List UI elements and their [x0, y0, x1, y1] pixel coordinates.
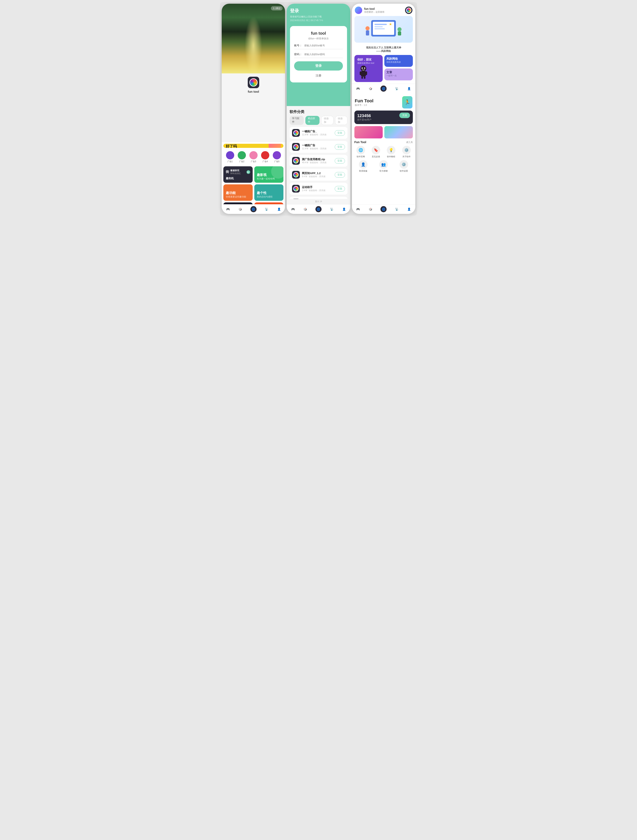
menu-street-footer: 趣街机	[226, 177, 250, 180]
website-icon: 🌐	[356, 146, 365, 155]
funtool-header-text: fun tool 你想要的，这里都有	[364, 7, 403, 14]
feedback-label: 意见反馈	[372, 155, 380, 158]
nav3a-game[interactable]: 🎮	[356, 86, 360, 91]
banner-pink[interactable]	[354, 126, 383, 139]
login-subtitle: 登录就可以畅玩上百款功能了哦	[290, 15, 347, 18]
password-input[interactable]	[304, 53, 343, 56]
icon-group[interactable]: 👥 官方群聊	[375, 160, 392, 172]
profile-row: 123456 您不是vip用户 充值	[357, 114, 410, 121]
soft-item-name-3: 网页转APP_1.2	[302, 171, 332, 175]
menu-speed-label: 极速秒完	[230, 169, 245, 172]
soft-item-5[interactable]: 网站转APP 12.0 M 软发发布：15天前 安装	[289, 197, 347, 199]
nav3b-home[interactable]: 🌀	[381, 206, 387, 212]
nav2-game[interactable]: 🎮	[291, 207, 295, 212]
ad-item-4[interactable]: 广告4	[261, 151, 269, 163]
soft-item-3[interactable]: 网页转APP_1.2 9.4 M 软发发布：15天前 安装	[289, 169, 347, 181]
install-btn-3[interactable]: 安装	[335, 172, 345, 178]
menu-gongneng[interactable]: 趣功能 你很素要这些趣功能	[223, 184, 253, 201]
banner-yellow[interactable]: 你准备好了吗 你准备好了吗	[223, 144, 283, 148]
phone-funtool: fun tool 你想要的，这里都有	[352, 4, 415, 214]
account-field: 账号：	[294, 44, 343, 49]
ad-item-2[interactable]: 广告2	[238, 151, 246, 163]
menu-jiejianji[interactable]: 街 极速秒完 90年的回忆 ▶ 趣街机	[223, 166, 253, 183]
nav3a-signal[interactable]: 📡	[395, 86, 399, 91]
nav-game[interactable]: 🎮	[226, 207, 230, 212]
nav-signal[interactable]: 📡	[264, 207, 269, 212]
install-btn-0[interactable]: 安装	[335, 130, 345, 136]
register-button[interactable]: 注册	[316, 74, 321, 77]
banner-rainbow[interactable]	[384, 126, 413, 139]
item-spiral-icon-4	[293, 186, 299, 191]
soft-item-0[interactable]: 一键跳广告_ 11.8 M 软发发布：15天前 安装	[289, 127, 347, 139]
soft-item-4[interactable]: 运动助手 2.4 M 软发发布：15天前 安装	[289, 183, 347, 194]
item-spiral-icon-2	[293, 158, 299, 163]
nav3b-game[interactable]: 🎮	[356, 207, 360, 212]
nav3a-home[interactable]: 🌀	[381, 85, 387, 92]
install-btn-1[interactable]: 安装	[335, 144, 345, 150]
ad-circle-5	[273, 151, 281, 159]
install-btn-4[interactable]: 安装	[335, 186, 345, 191]
funtool-settings-icon[interactable]	[405, 6, 413, 14]
card-network[interactable]: 风际网络 你街其他逛风游	[384, 55, 413, 67]
soft-item-info-1: 一键跳广告 11.9 M 软发发布：15天前	[302, 144, 332, 150]
ad-item-1[interactable]: 广告1	[226, 151, 234, 163]
soft-item-name-2: 测广告使用教程.zip	[302, 158, 332, 161]
menu-gexing[interactable]: 趣个性 美的总结与感悟	[254, 184, 284, 201]
funtool-brand: fun tool	[364, 7, 403, 11]
ad-item-3[interactable]: 广告3	[250, 151, 258, 163]
tab-premium[interactable]: 精品软件	[305, 116, 319, 125]
tab-pending2[interactable]: 待添加	[335, 116, 348, 125]
menu-yingyong[interactable]: 趣应用	[254, 202, 284, 204]
icon-tutorial[interactable]: 💡 软件教程	[385, 146, 397, 158]
nav-dice[interactable]: 🎲	[238, 207, 242, 212]
card-article[interactable]: 文章 一起写一点	[384, 68, 413, 81]
nav-user[interactable]: 👤	[277, 207, 281, 212]
app-container: 1 | 跳过 fun tool 你准备好了吗 你准备好了吗	[220, 2, 417, 216]
icon-website[interactable]: 🌐 软件官网	[354, 146, 367, 158]
nav3b-dice[interactable]: 🎲	[368, 207, 373, 212]
funtool-logo	[355, 6, 362, 14]
nav3b-home-icon: 🌀	[381, 206, 387, 212]
icon-feedback[interactable]: 🔖 意见反馈	[370, 146, 382, 158]
card-hello-friend[interactable]: 你好，朋友 感谢你使用fun tool	[354, 55, 383, 82]
skip-button[interactable]: 1 | 跳过	[271, 6, 283, 11]
topup-button[interactable]: 充值	[399, 112, 410, 118]
forest-bg	[222, 4, 285, 73]
login-button[interactable]: 登录	[294, 61, 343, 71]
nav3b-signal[interactable]: 📡	[395, 207, 399, 212]
icon-settings[interactable]: ⚙️ 软件设置	[395, 160, 413, 172]
signal-icon: 📡	[264, 207, 269, 212]
install-btn-2[interactable]: 安装	[335, 158, 345, 164]
account-number: 123456	[357, 114, 371, 118]
menu-qingting[interactable]: 趣轻听	[223, 202, 253, 204]
menu-gongneng-sub: 你很素要这些趣功能	[226, 195, 250, 198]
character-icon	[357, 65, 370, 79]
banner-title: 你准备好了吗	[226, 144, 238, 148]
nav-home[interactable]: 🌀	[250, 206, 256, 212]
nav3a-user[interactable]: 👤	[407, 86, 411, 91]
nav2-home[interactable]: 🌀	[315, 206, 322, 212]
icon-about[interactable]: ⚙️ 关于软件	[400, 146, 413, 158]
nav2-dice[interactable]: 🎲	[303, 207, 308, 212]
funtool-cards: 你好，朋友 感谢你使用fun tool 风际网络	[354, 55, 413, 82]
cards-right: 风际网络 你街其他逛风游 文章 一起写一点	[384, 55, 413, 81]
soft-item-meta-0: 11.8 M 软发发布：15天前	[302, 133, 332, 136]
soft-item-2[interactable]: 测广告使用教程.zip 49.4 M 软发发布：15天前 安装	[289, 155, 347, 167]
ad-item-5[interactable]: 广告5	[273, 151, 281, 163]
nav2-user-icon: 👤	[342, 207, 346, 212]
nav2-user[interactable]: 👤	[342, 207, 346, 212]
group-label: 官方群聊	[379, 170, 387, 172]
icon-support[interactable]: 👤 联系客服	[354, 160, 372, 172]
soft-item-1[interactable]: 一键跳广告 11.9 M 软发发布：15天前 安装	[289, 141, 347, 153]
feedback-icon: 🔖	[371, 146, 380, 155]
tab-pending1[interactable]: 待添加	[321, 116, 334, 125]
game-icon: 🎮	[226, 207, 230, 212]
svg-rect-12	[360, 71, 361, 75]
account-input[interactable]	[304, 44, 343, 47]
tab-study[interactable]: 学习软件	[289, 116, 304, 125]
nav3b-user[interactable]: 👤	[407, 207, 411, 212]
menu-yingshi[interactable]: 趣影视 有兴趣一起哈哈嗎	[254, 166, 284, 183]
menu-gexing-title: 趣个性	[257, 191, 281, 195]
nav3a-dice[interactable]: 🎲	[368, 86, 373, 91]
nav2-signal[interactable]: 📡	[329, 207, 334, 212]
